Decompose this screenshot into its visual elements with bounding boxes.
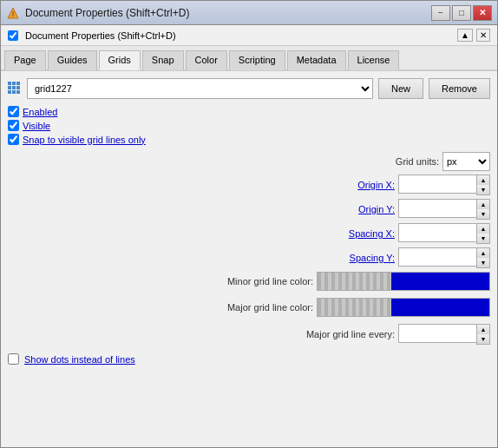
grid-units-container: px mm cm in pt	[442, 152, 490, 171]
enabled-row: Enabled	[8, 106, 490, 117]
minor-color-blue	[391, 273, 489, 290]
enabled-checkbox[interactable]	[8, 106, 19, 117]
major-every-row: Major grid line every: 5 ▲ ▼	[8, 324, 490, 345]
origin-y-label: Origin Y:	[358, 204, 395, 214]
checkboxes-section: Enabled Visible Snap to visible grid lin…	[8, 106, 490, 145]
title-bar: Document Properties (Shift+Ctrl+D) − □ ✕	[1, 1, 497, 25]
origin-y-container: 0.00000 ▲ ▼	[398, 199, 490, 220]
spacing-y-input[interactable]: 1.00000	[398, 247, 476, 267]
origin-y-down[interactable]: ▼	[477, 209, 489, 219]
major-every-up[interactable]: ▲	[477, 325, 489, 334]
origin-y-row: Origin Y: 0.00000 ▲ ▼	[8, 199, 490, 220]
tab-grids[interactable]: Grids	[99, 50, 141, 70]
tabs-bar: Page Guides Grids Snap Color Scripting M…	[1, 46, 497, 71]
visible-label: Visible	[23, 121, 50, 131]
tab-scripting[interactable]: Scripting	[229, 50, 285, 70]
minor-color-label: Minor grid line color:	[227, 276, 313, 287]
show-dots-checkbox[interactable]	[8, 353, 19, 365]
minor-color-row: Minor grid line color:	[8, 272, 490, 291]
tab-snap[interactable]: Snap	[142, 50, 184, 70]
major-every-down[interactable]: ▼	[477, 334, 489, 344]
spacing-x-up[interactable]: ▲	[477, 224, 489, 234]
new-button[interactable]: New	[378, 78, 423, 99]
main-window: Document Properties (Shift+Ctrl+D) − □ ✕…	[0, 0, 498, 448]
origin-x-input[interactable]: 0.00000	[398, 175, 476, 194]
major-every-container: 5 ▲ ▼	[398, 324, 490, 345]
svg-rect-2	[12, 11, 14, 13]
spacing-x-label: Spacing X:	[349, 228, 395, 239]
grid-icon	[8, 82, 22, 96]
title-bar-buttons: − □ ✕	[431, 5, 492, 21]
tab-page[interactable]: Page	[4, 50, 46, 70]
spacing-x-row: Spacing X: 1.00000 ▲ ▼	[8, 223, 490, 244]
origin-x-row: Origin X: 0.00000 ▲ ▼	[8, 175, 490, 195]
major-color-gray	[318, 299, 391, 316]
origin-x-container: 0.00000 ▲ ▼	[398, 175, 490, 195]
spacing-x-input[interactable]: 1.00000	[398, 223, 476, 242]
grid-units-label: Grid units:	[396, 156, 439, 167]
snap-row: Snap to visible grid lines only	[8, 134, 490, 145]
tab-content: grid1227 New Remove Enabled Visible Snap…	[1, 71, 497, 447]
spacing-y-container: 1.00000 ▲ ▼	[398, 247, 490, 268]
major-color-row: Major grid line color:	[8, 298, 490, 317]
spacing-y-down[interactable]: ▼	[477, 258, 489, 267]
major-color-blue	[391, 299, 489, 316]
tab-metadata[interactable]: Metadata	[287, 50, 346, 70]
minor-color-gray	[318, 273, 391, 290]
major-every-spinner: ▲ ▼	[476, 324, 490, 345]
close-button[interactable]: ✕	[473, 5, 492, 21]
menu-checkbox[interactable]	[8, 30, 18, 41]
major-every-label: Major grid line every:	[306, 329, 395, 339]
menu-bar: Document Properties (Shift+Ctrl+D) ▲ ✕	[1, 25, 497, 46]
expand-btn[interactable]: ✕	[476, 29, 490, 42]
origin-x-up[interactable]: ▲	[477, 175, 489, 185]
spacing-y-up[interactable]: ▲	[477, 248, 489, 258]
tab-guides[interactable]: Guides	[48, 50, 97, 70]
spacing-x-container: 1.00000 ▲ ▼	[398, 223, 490, 244]
origin-y-spinner: ▲ ▼	[476, 199, 490, 220]
snap-label: Snap to visible grid lines only	[23, 135, 146, 145]
tab-license[interactable]: License	[348, 50, 400, 70]
maximize-button[interactable]: □	[452, 5, 471, 21]
svg-rect-1	[12, 13, 14, 16]
app-icon	[6, 6, 20, 20]
minor-color-bar[interactable]	[317, 272, 490, 291]
major-every-input[interactable]: 5	[398, 324, 476, 343]
grid-units-row: Grid units: px mm cm in pt	[8, 152, 490, 171]
grid-selector-row: grid1227 New Remove	[8, 78, 490, 99]
visible-row: Visible	[8, 120, 490, 131]
form-section: Grid units: px mm cm in pt Origin X:	[8, 152, 490, 268]
grid-units-select[interactable]: px mm cm in pt	[442, 152, 490, 171]
visible-checkbox[interactable]	[8, 120, 19, 131]
show-dots-row: Show dots instead of lines	[8, 353, 490, 365]
spacing-y-label: Spacing Y:	[350, 253, 395, 263]
tab-color[interactable]: Color	[186, 50, 227, 70]
origin-x-label: Origin X:	[357, 180, 395, 190]
spacing-y-row: Spacing Y: 1.00000 ▲ ▼	[8, 247, 490, 268]
collapse-btn[interactable]: ▲	[457, 29, 473, 42]
snap-checkbox[interactable]	[8, 134, 19, 145]
title-bar-text: Document Properties (Shift+Ctrl+D)	[25, 7, 431, 19]
show-dots-label: Show dots instead of lines	[24, 354, 135, 365]
origin-x-down[interactable]: ▼	[477, 185, 489, 194]
major-color-bar[interactable]	[317, 298, 490, 317]
spacing-y-spinner: ▲ ▼	[476, 247, 490, 268]
menu-bar-label: Document Properties (Shift+Ctrl+D)	[25, 30, 176, 41]
remove-button[interactable]: Remove	[429, 78, 490, 99]
spacing-x-spinner: ▲ ▼	[476, 223, 490, 244]
origin-x-spinner: ▲ ▼	[476, 175, 490, 195]
spacing-x-down[interactable]: ▼	[477, 234, 489, 243]
grid-selector[interactable]: grid1227	[27, 78, 373, 99]
minimize-button[interactable]: −	[431, 5, 450, 21]
enabled-label: Enabled	[23, 107, 57, 117]
origin-y-up[interactable]: ▲	[477, 200, 489, 209]
major-color-label: Major grid line color:	[227, 302, 313, 313]
origin-y-input[interactable]: 0.00000	[398, 199, 476, 218]
